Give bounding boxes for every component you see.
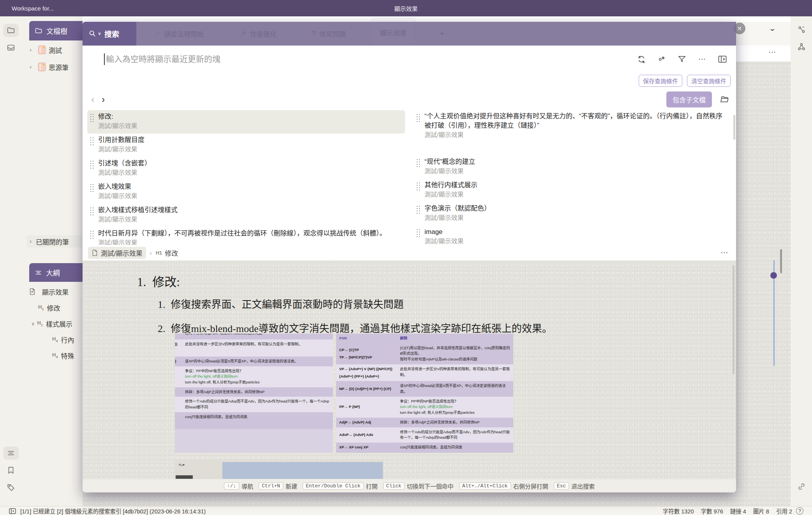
search-result-item[interactable]: 时代日新月异（下劃線），不可再被视作是过往社会的循环（刪除線），观念得以挑战传统… (87, 227, 405, 245)
outline-header: 大綱 (29, 263, 83, 282)
drag-handle-icon[interactable] (416, 113, 421, 122)
outline-item-label: 特殊 (61, 351, 74, 360)
counter: 字符數 1320 (663, 507, 694, 515)
chevron-right-icon[interactable]: › (30, 63, 36, 70)
results-scrollbar[interactable] (733, 115, 735, 140)
bookmark-dock-button[interactable] (3, 464, 19, 477)
search-help-bar: ↑/↓導航Ctrl+N新建Enter/Double Click打開Click切換… (83, 479, 736, 492)
outline-item[interactable]: ∨H1樣式展示 (22, 318, 83, 329)
search-result-item[interactable]: 嵌入塊樣式移植引述塊樣式測試/顯示效果 (87, 204, 405, 227)
more-icon[interactable]: ⋮ (723, 249, 726, 257)
search-result-item[interactable]: 其他行内樣式展示測試/顯示效果 (414, 179, 731, 202)
titlebar: Workspace for... 顯示效果 (0, 0, 812, 16)
status-message: [1/1] 已經建立 [2] 個塊級元素的搜索索引 [4db7b02] (202… (20, 507, 206, 515)
drag-handle-icon[interactable] (416, 158, 421, 167)
result-path: 測試/顯示效果 (98, 121, 137, 131)
counter: 鏈接 4 (730, 507, 746, 515)
drag-handle-icon[interactable] (90, 207, 94, 215)
folder-icon (7, 26, 15, 35)
doc-tree-item[interactable]: ›思源筆 (22, 61, 83, 73)
drag-handle-icon[interactable] (90, 230, 94, 239)
breadcrumb-heading-label[interactable]: 修改 (165, 248, 178, 258)
search-result-item[interactable]: 修改:測試/顯示效果 (87, 110, 405, 134)
search-result-item[interactable]: 字色演示（默認配色）測試/顯示效果 (414, 202, 731, 225)
outline-item-label: 樣式展示 (46, 319, 72, 329)
search-dialog-tab[interactable]: ∨ 搜索 (83, 22, 136, 46)
search-result-item[interactable]: “个人主观价值绝对提升但这种喜好有时又是无力的、“不客观的”，循环论证的。（行内… (414, 110, 731, 155)
result-title: image (424, 227, 463, 237)
dock-toggle-icon[interactable] (9, 507, 16, 515)
preview-heading: 1.修改: (137, 272, 180, 290)
key-badge: Click (383, 482, 405, 490)
preview-images: CP→ (C)TPTP→ (NP/CP)(T)VP(C)(T)用以提出head，… (175, 334, 513, 453)
table-band: CP→ (C)TPTP→ (NP/CP)(T)VP(C)(T)用以提出head，… (336, 343, 513, 364)
search-result-item[interactable]: image測試/顯示效果 (414, 225, 731, 245)
outline-item[interactable]: 顯示效果 (22, 286, 83, 297)
backlink-icon (797, 25, 806, 34)
doc-tree-item[interactable]: ›測試 (22, 44, 83, 56)
drag-handle-icon[interactable] (90, 113, 94, 122)
result-path: 測試/顯示效果 (98, 145, 144, 154)
more-icon[interactable]: ⋮ (697, 54, 707, 64)
result-path: 測試/顯示效果 (98, 192, 137, 201)
breadcrumb-document[interactable]: 測試/顯示效果 (88, 247, 146, 259)
help-icon[interactable]: ? (796, 507, 803, 515)
outline-item[interactable]: H4行內 (22, 334, 83, 345)
tag-dock-button[interactable] (3, 481, 19, 494)
outline-item[interactable]: H4特殊 (22, 350, 83, 361)
drag-handle-icon[interactable] (416, 205, 421, 214)
result-path: 測試/顯示效果 (424, 167, 475, 176)
outline-item[interactable]: H1修改 (22, 302, 83, 313)
table-band: AdvP→ (AdvP) Adv修饰一个Adv的成分只能是Advp而不是Adv，… (175, 397, 333, 412)
include-subdocs-button[interactable]: 包含子文檔 (666, 91, 712, 107)
table-band: CP→ (C)TPTP→ (NP/CP)(T)VP(C)(T)用以提出head，… (175, 334, 333, 339)
table-screenshot-right[interactable]: PSR解释CP→ (C)TPTP→ (NP/CP)(T)VP(C)(T)用以提出… (336, 334, 513, 453)
search-input[interactable] (105, 54, 652, 64)
graph-dock-button[interactable] (794, 40, 809, 53)
drag-handle-icon[interactable] (416, 228, 421, 237)
key-badge: Esc (554, 482, 569, 490)
breadcrumb-separator: › (150, 250, 152, 256)
search-result-item[interactable]: 引述塊（含嵌套）測試/顯示效果 (87, 157, 405, 180)
scroll-position-dot[interactable] (770, 272, 777, 279)
more-icon[interactable]: ⋮ (771, 49, 774, 56)
doc-tree-dock-button[interactable] (3, 24, 19, 37)
key-badge: Enter/Double Click (303, 482, 363, 490)
clear-query-button[interactable]: 清空查詢條件 (687, 75, 731, 87)
titlebar-document-title: 顯示效果 (0, 4, 812, 12)
link-dock-button[interactable] (794, 480, 809, 493)
search-result-item[interactable]: 嵌入塊效果測試/顯示效果 (87, 180, 405, 204)
next-page-icon[interactable]: › (102, 93, 105, 105)
table-band: VP→ (AdvP+) V (NP) ((NP/CP))(AdvP+) (PP+… (336, 364, 513, 381)
closed-notebooks-item[interactable]: › 已關閉的筆 (26, 235, 83, 248)
search-result-item[interactable]: “现代”概念的建立測試/顯示效果 (414, 155, 731, 179)
document-icon (29, 288, 39, 295)
folder-open-icon[interactable] (720, 95, 729, 104)
regex-icon[interactable]: o* (657, 54, 667, 64)
backlink-dock-button[interactable] (794, 23, 809, 36)
editor-scrollbar[interactable] (780, 249, 782, 273)
drag-handle-icon[interactable] (90, 160, 94, 169)
chevron-down-icon[interactable]: ∨ (98, 31, 101, 36)
outline-dock-button[interactable] (3, 446, 19, 460)
heading-tag: H1 (156, 250, 162, 256)
preview-scrollbar[interactable] (733, 265, 734, 374)
result-title: 时代日新月异（下劃線），不可再被视作是过往社会的循环（刪除線），观念得以挑战传统… (98, 228, 386, 238)
table-band: PP→ P (NP)争议：PP中的NP能否选择性出现？turn off the … (175, 366, 333, 387)
drag-handle-icon[interactable] (90, 183, 94, 192)
save-query-button[interactable]: 保存查詢條件 (639, 75, 682, 87)
chevron-down-icon[interactable]: ∨ (31, 321, 35, 327)
previous-page-icon[interactable]: ‹ (91, 93, 95, 105)
split-panel-icon[interactable] (717, 54, 727, 64)
filter-icon[interactable] (677, 54, 687, 64)
partial-image[interactable]: H₄▾ (175, 460, 384, 479)
replace-icon[interactable]: AB (636, 54, 646, 64)
drag-handle-icon[interactable] (416, 182, 421, 190)
inbox-dock-button[interactable] (3, 41, 19, 54)
drag-handle-icon[interactable] (90, 137, 94, 145)
chevron-right-icon[interactable]: › (30, 46, 36, 53)
chevron-down-icon[interactable]: ⌄ (769, 25, 776, 33)
search-result-item[interactable]: 引用計數醒目度測試/顯示效果 (87, 134, 405, 157)
preview-list-item: 2.修復mix-blend-mode導致的文字消失問題，通過其他樣式渲染字跡印在… (158, 320, 552, 335)
table-screenshot-left[interactable]: CP→ (C)TPTP→ (NP/CP)(T)VP(C)(T)用以提出head，… (175, 334, 333, 453)
